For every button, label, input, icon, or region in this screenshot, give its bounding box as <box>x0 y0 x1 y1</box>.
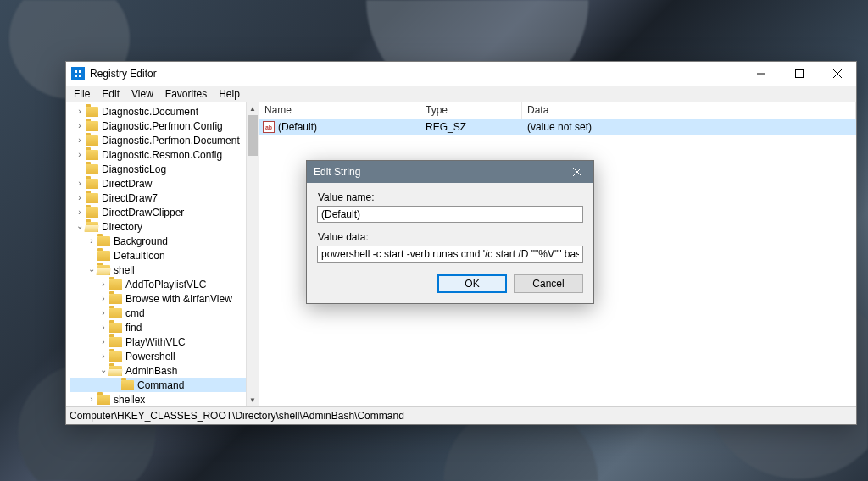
window-title: Registry Editor <box>90 68 157 80</box>
chevron-right-icon[interactable] <box>98 337 108 346</box>
dialog-close-button[interactable] <box>561 161 593 183</box>
registry-tree[interactable]: Diagnostic.DocumentDiagnostic.Perfmon.Co… <box>66 102 246 406</box>
titlebar[interactable]: Registry Editor <box>66 62 856 86</box>
menu-help[interactable]: Help <box>213 87 246 101</box>
tree-item-label: Diagnostic.Resmon.Config <box>102 149 222 161</box>
tree-item[interactable]: Diagnostic.Resmon.Config <box>70 147 246 162</box>
chevron-down-icon[interactable] <box>86 265 97 274</box>
chevron-right-icon[interactable] <box>98 294 108 303</box>
statusbar-path: Computer\HKEY_CLASSES_ROOT\Directory\she… <box>70 410 404 422</box>
value-data: (value not set) <box>522 121 856 133</box>
tree-item-label: PlayWithVLC <box>125 336 186 348</box>
tree-item-label: AdminBash <box>125 365 177 377</box>
col-data[interactable]: Data <box>522 102 856 119</box>
chevron-right-icon[interactable] <box>75 150 85 159</box>
scroll-thumb[interactable] <box>248 115 258 156</box>
tree-item[interactable]: Powershell <box>70 349 246 363</box>
minimize-button[interactable] <box>742 62 780 86</box>
folder-icon <box>109 279 122 290</box>
list-header[interactable]: Name Type Data <box>259 102 856 119</box>
tree-item-label: DirectDraw7 <box>102 192 158 204</box>
svg-rect-1 <box>795 70 803 78</box>
chevron-right-icon[interactable] <box>98 279 108 289</box>
tree-item[interactable]: DefaultIcon <box>70 248 246 263</box>
tree-item[interactable]: Browse with &IrfanView <box>70 291 246 306</box>
tree-item[interactable]: DiagnosticLog <box>70 162 246 176</box>
menu-favorites[interactable]: Favorites <box>159 87 213 101</box>
folder-icon <box>86 207 98 218</box>
tree-item-label: shell <box>114 264 135 276</box>
tree-item[interactable]: AdminBash <box>70 363 246 378</box>
chevron-right-icon[interactable] <box>98 323 108 332</box>
tree-item[interactable]: Diagnostic.Document <box>70 104 246 119</box>
tree-item-label: find <box>125 322 142 334</box>
tree-item[interactable]: Background <box>70 234 246 248</box>
tree-item-label: Diagnostic.Perfmon.Document <box>102 135 240 147</box>
ok-button[interactable]: OK <box>437 274 507 293</box>
scroll-down-icon[interactable]: ▼ <box>247 394 259 406</box>
folder-icon <box>86 121 98 131</box>
value-name: (Default) <box>278 121 317 133</box>
tree-item[interactable]: find <box>70 320 246 334</box>
tree-item[interactable]: DirectDraw7 <box>70 191 246 205</box>
tree-item[interactable]: DirectDraw <box>70 176 246 191</box>
chevron-right-icon[interactable] <box>75 179 85 188</box>
folder-icon <box>97 395 110 405</box>
chevron-right-icon[interactable] <box>98 308 108 318</box>
maximize-button[interactable] <box>780 62 818 86</box>
value-data-label: Value data: <box>318 231 583 243</box>
regedit-icon <box>71 67 85 80</box>
tree-item-label: cmd <box>125 307 145 319</box>
tree-item-label: Command <box>137 379 184 391</box>
folder-icon <box>86 222 98 232</box>
chevron-down-icon[interactable] <box>75 222 85 231</box>
chevron-right-icon[interactable] <box>98 351 108 361</box>
menu-view[interactable]: View <box>125 87 159 101</box>
folder-icon <box>121 380 134 390</box>
value-data-input[interactable] <box>317 246 583 263</box>
edit-string-dialog: Edit String Value name: Value data: OK C… <box>306 160 594 304</box>
folder-icon <box>109 366 122 376</box>
tree-item-label: Powershell <box>125 351 175 362</box>
chevron-down-icon[interactable] <box>98 366 108 375</box>
tree-item[interactable]: Directory <box>70 219 246 234</box>
tree-item-label: Background <box>114 235 168 247</box>
tree-item-label: Directory <box>102 221 142 233</box>
tree-pane: Diagnostic.DocumentDiagnostic.Perfmon.Co… <box>66 102 259 406</box>
cancel-button[interactable]: Cancel <box>514 274 583 293</box>
tree-item[interactable]: cmd <box>70 306 246 320</box>
chevron-right-icon[interactable] <box>75 207 85 217</box>
close-button[interactable] <box>818 62 856 86</box>
tree-item[interactable]: shell <box>70 263 246 277</box>
tree-item[interactable]: PlayWithVLC <box>70 334 246 349</box>
tree-item[interactable]: Command <box>70 378 246 392</box>
col-name[interactable]: Name <box>259 102 420 119</box>
statusbar: Computer\HKEY_CLASSES_ROOT\Directory\she… <box>66 407 856 424</box>
tree-item[interactable]: DirectDrawClipper <box>70 205 246 219</box>
dialog-titlebar[interactable]: Edit String <box>307 161 593 183</box>
maximize-icon <box>795 69 804 78</box>
tree-scrollbar[interactable]: ▲ ▼ <box>246 102 259 406</box>
scroll-up-icon[interactable]: ▲ <box>247 102 259 115</box>
tree-item[interactable]: shellex <box>70 392 246 406</box>
chevron-right-icon[interactable] <box>86 236 97 246</box>
tree-item[interactable]: Diagnostic.Perfmon.Config <box>70 119 246 133</box>
list-row[interactable]: (Default)REG_SZ(value not set) <box>259 119 856 135</box>
chevron-right-icon[interactable] <box>75 135 85 145</box>
menu-edit[interactable]: Edit <box>96 87 125 101</box>
folder-icon <box>86 179 98 189</box>
value-name-input[interactable] <box>317 206 583 223</box>
tree-item-label: DiagnosticLog <box>102 163 166 175</box>
tree-item-label: DefaultIcon <box>114 250 165 262</box>
tree-item[interactable]: AddToPlaylistVLC <box>70 277 246 291</box>
chevron-right-icon[interactable] <box>75 107 85 116</box>
tree-item[interactable]: Diagnostic.Perfmon.Document <box>70 133 246 147</box>
chevron-right-icon[interactable] <box>86 395 97 404</box>
folder-icon <box>97 265 110 275</box>
chevron-right-icon[interactable] <box>75 121 85 130</box>
menu-file[interactable]: File <box>68 87 96 101</box>
col-type[interactable]: Type <box>420 102 522 119</box>
folder-icon <box>109 337 122 347</box>
value-type: REG_SZ <box>420 121 522 133</box>
chevron-right-icon[interactable] <box>75 193 85 202</box>
